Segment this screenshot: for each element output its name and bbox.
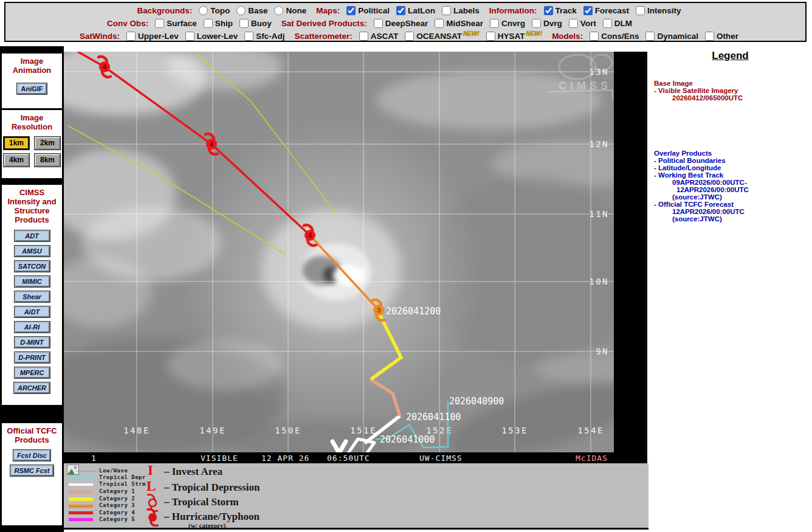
image-date: 12 APR 26: [261, 454, 309, 463]
base-image-heading: Base Image: [654, 80, 743, 87]
backgrounds-label: Backgrounds:: [137, 6, 192, 15]
models-checkbox-consens[interactable]: [590, 32, 599, 41]
satwinds-checkbox-upperlev[interactable]: [126, 32, 136, 41]
convobs-checkbox-ship[interactable]: [204, 19, 213, 28]
models-checkbox-other[interactable]: [705, 32, 714, 41]
legend-title: Legend: [649, 50, 812, 62]
maps-checkbox-latlon[interactable]: [396, 6, 405, 15]
maps-label: Maps:: [316, 6, 340, 15]
image-time: 06:50UTC: [327, 454, 370, 463]
satderived-checkbox-deepshear[interactable]: [374, 19, 383, 28]
information-checkbox-intensity[interactable]: [636, 6, 645, 15]
frame-number: 1: [91, 454, 97, 463]
options-toolbar: Backgrounds: Topo Base None Maps: Politi…: [4, 2, 807, 42]
hysat-new-badge: NEW!: [526, 30, 542, 37]
satderived-checkbox-dvrg[interactable]: [532, 19, 541, 28]
line-swatch-category3: [69, 505, 93, 508]
convobs-option-buoy: Buoy: [251, 19, 272, 28]
legend-panel: Legend Base Image - Visible Satellite Im…: [649, 46, 812, 532]
backgrounds-radio-topo[interactable]: [199, 6, 208, 15]
satellite-imagery: CIMSS 13N 12N 11N 10N 9N 148E 149E 150E …: [64, 52, 647, 463]
models-option-dynamical: Dynamical: [657, 32, 698, 41]
convobs-checkbox-buoy[interactable]: [239, 19, 249, 28]
satderived-checkbox-dlm[interactable]: [603, 19, 612, 28]
maps-checkbox-labels[interactable]: [442, 6, 451, 15]
svg-text:CIMSS: CIMSS: [559, 80, 611, 92]
backgrounds-radio-base[interactable]: [236, 6, 246, 15]
archer-button[interactable]: ARCHER: [14, 382, 50, 393]
ai-ri-button[interactable]: AI-RI: [15, 322, 50, 333]
maps-option-latlon: LatLon: [408, 6, 435, 15]
satderived-option-cnvrg: Cnvrg: [501, 19, 525, 28]
hurricane-icon: [143, 508, 162, 527]
maps-option-political: Political: [358, 6, 390, 15]
backgrounds-radio-none[interactable]: [274, 6, 283, 15]
information-label: Information:: [489, 6, 537, 15]
track-label: 2026041200: [386, 306, 441, 317]
d-mint-button[interactable]: D-MINT: [15, 337, 50, 348]
satwinds-checkbox-lowerlev[interactable]: [185, 32, 194, 41]
cimss-tc-page: { "toolbar": { "backgrounds_label": "Bac…: [0, 0, 812, 532]
scatterometer-label: Scatterometer:: [294, 32, 352, 41]
tcfc-products-title: Official TCFC Products: [2, 423, 62, 444]
convobs-label: Conv Obs:: [107, 19, 148, 28]
overlay-line: 09APR2026/00:00UTC-: [672, 179, 749, 186]
scatterometer-option-hysat: HYSAT: [498, 32, 525, 41]
satderived-option-dvrg: Dvrg: [543, 19, 562, 28]
information-checkbox-forecast[interactable]: [583, 6, 593, 15]
line-swatch-category4: [69, 511, 93, 514]
cimss-products-title: CIMSS Intensity and Structure Products: [2, 185, 62, 224]
backgrounds-option-base: Base: [248, 6, 267, 15]
fcst-disc-button[interactable]: Fcst Disc: [13, 450, 50, 461]
scatterometer-checkbox-oceansat[interactable]: [405, 32, 414, 41]
oceansat-new-badge: NEW!: [463, 30, 480, 37]
maps-option-labels: Labels: [453, 6, 480, 15]
resolution-button-8km[interactable]: 8km: [35, 154, 60, 167]
lat-label: 10N: [589, 277, 609, 286]
mcidas-label: McIDAS: [576, 454, 608, 463]
hurricane-typhoon-label: – Hurricane/Typhoon: [164, 511, 260, 523]
satderived-checkbox-midshear[interactable]: [435, 19, 444, 28]
models-option-consens: Cons/Ens: [601, 32, 639, 41]
overlay-line: - Official TCFC Forecast: [654, 201, 749, 208]
adt-button[interactable]: ADT: [15, 230, 50, 241]
resolution-button-1km[interactable]: 1km: [4, 137, 29, 150]
mperc-button[interactable]: MPERC: [15, 367, 50, 378]
rsmc-fcst-button[interactable]: RSMC Fcst: [10, 465, 53, 476]
models-option-other: Other: [717, 32, 738, 41]
amsu-button[interactable]: AMSU: [15, 246, 50, 257]
scatterometer-checkbox-ascat[interactable]: [359, 32, 368, 41]
anigif-button[interactable]: AniGIF: [17, 83, 46, 94]
toolbar-row-2: Conv Obs: Surface Ship Buoy Sat Derived …: [5, 17, 805, 30]
convobs-option-ship: Ship: [215, 19, 233, 28]
backgrounds-option-none: None: [286, 6, 306, 15]
satderived-checkbox-vort[interactable]: [569, 19, 578, 28]
aidt-button[interactable]: AiDT: [15, 306, 50, 317]
convobs-checkbox-surface[interactable]: [155, 19, 164, 28]
d-print-button[interactable]: D-PRINT: [15, 352, 50, 363]
scatterometer-checkbox-hysat[interactable]: [486, 32, 495, 41]
w-category-note: (w/ category): [188, 522, 225, 529]
lon-label: 148E: [123, 426, 150, 435]
resolution-button-4km[interactable]: 4km: [4, 154, 29, 167]
resolution-button-2km[interactable]: 2km: [35, 137, 60, 150]
satcon-button[interactable]: SATCON: [15, 261, 50, 272]
base-image-timestamp: 20260412/065000UTC: [672, 94, 743, 102]
org-name: UW-CIMSS: [419, 454, 463, 463]
satwinds-option-sfcadj: Sfc-Adj: [256, 32, 284, 41]
satwinds-option-upperlev: Upper-Lev: [138, 32, 179, 41]
satwinds-checkbox-sfcadj[interactable]: [244, 32, 253, 41]
satwinds-option-lowerlev: Lower-Lev: [197, 32, 238, 41]
models-checkbox-dynamical[interactable]: [645, 32, 655, 41]
satellite-map[interactable]: CIMSS 13N 12N 11N 10N 9N 148E 149E 150E …: [64, 52, 647, 463]
lat-label: 12N: [589, 139, 609, 149]
satwinds-label: SatWinds:: [80, 32, 120, 41]
track-label: 2026041000: [380, 434, 435, 445]
mimic-button[interactable]: MIMIC: [15, 276, 50, 287]
satderived-checkbox-cnvrg[interactable]: [490, 19, 499, 28]
maps-checkbox-political[interactable]: [346, 6, 356, 15]
information-checkbox-track[interactable]: [544, 6, 553, 15]
shear-button[interactable]: Shear: [15, 291, 50, 302]
line-swatch-category1: [69, 491, 93, 494]
models-label: Models:: [552, 32, 583, 41]
